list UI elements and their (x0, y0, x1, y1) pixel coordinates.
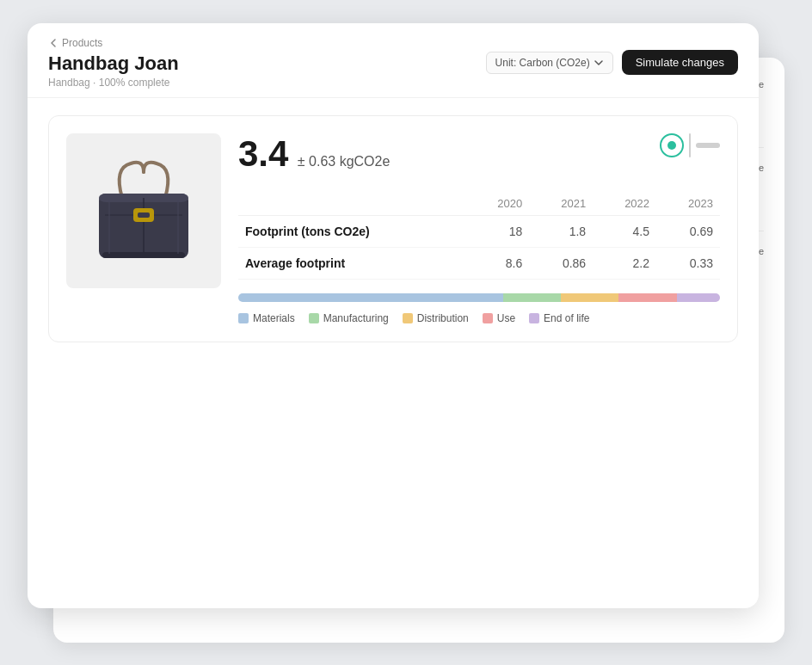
legend-dot-use (483, 313, 493, 323)
simulate-button[interactable]: Simulate changes (622, 50, 738, 75)
page-subtitle: Handbag · 100% complete (48, 77, 179, 89)
progress-bar (238, 293, 720, 302)
data-table: 2020 2021 2022 2023 Footprint (tons CO2e… (238, 192, 720, 280)
top-bar-actions: Unit: Carbon (CO2e) Simulate changes (486, 50, 738, 75)
legend-label-distribution: Distribution (417, 312, 469, 324)
front-card: Products Handbag Joan Handbag · 100% com… (28, 23, 759, 608)
legend-dot-end-of-life (529, 313, 539, 323)
chevron-down-icon (594, 58, 604, 68)
segment-end-of-life (677, 293, 720, 302)
avg-2021: 0.86 (529, 247, 593, 279)
score-header: 3.4 ± 0.63 kgCO2e (238, 133, 720, 175)
footprint-2020: 18 (465, 215, 529, 247)
footprint-2021: 1.8 (529, 215, 593, 247)
legend: Materials Manufacturing Distribution (238, 312, 720, 324)
unit-selector[interactable]: Unit: Carbon (CO2e) (486, 52, 613, 74)
handbag-illustration (75, 142, 212, 280)
segment-use (618, 293, 676, 302)
legend-dot-distribution (403, 313, 413, 323)
legend-label-use: Use (497, 312, 515, 324)
legend-item-materials: Materials (238, 312, 295, 324)
footprint-label: Footprint (tons CO2e) (238, 215, 465, 247)
legend-item-distribution: Distribution (403, 312, 469, 324)
avg-footprint-label: Average footprint (238, 247, 465, 279)
score-value: 3.4 (238, 133, 288, 174)
back-label: Products (62, 37, 102, 49)
legend-item-end-of-life: End of life (529, 312, 589, 324)
legend-label-materials: Materials (253, 312, 295, 324)
segment-materials (238, 293, 503, 302)
bar-icon (696, 143, 720, 148)
col-header-2021: 2021 (529, 192, 593, 216)
legend-dot-manufacturing (309, 313, 319, 323)
score-card: 3.4 ± 0.63 kgCO2e (48, 115, 738, 342)
table-row: Average footprint 8.6 0.86 2.2 0.33 (238, 247, 720, 279)
legend-label-manufacturing: Manufacturing (323, 312, 389, 324)
avg-2023: 0.33 (656, 247, 720, 279)
segment-manufacturing (503, 293, 561, 302)
product-image (66, 133, 221, 288)
legend-item-manufacturing: Manufacturing (309, 312, 389, 324)
col-header-2020: 2020 (465, 192, 529, 216)
svg-rect-5 (138, 212, 150, 218)
segment-distribution (561, 293, 618, 302)
target-icon (660, 133, 684, 157)
score-detail: ± 0.63 kgCO2e (298, 154, 391, 169)
footprint-2022: 4.5 (593, 215, 656, 247)
col-header-label (238, 192, 465, 216)
main-content: 3.4 ± 0.63 kgCO2e (28, 98, 759, 360)
breadcrumb-back[interactable]: Products (48, 37, 179, 49)
top-bar: Products Handbag Joan Handbag · 100% com… (28, 23, 759, 98)
avg-2020: 8.6 (465, 247, 529, 279)
page-container: Material 2.8 kgCO2e Weight ⓘ Carbonfact … (28, 23, 784, 643)
progress-section: Materials Manufacturing Distribution (238, 293, 720, 324)
target-inner (667, 141, 676, 150)
col-header-2023: 2023 (656, 192, 720, 216)
legend-label-end-of-life: End of life (544, 312, 589, 324)
back-arrow-icon (48, 38, 58, 48)
breadcrumb: Products Handbag Joan Handbag · 100% com… (48, 37, 179, 89)
unit-label: Unit: Carbon (CO2e) (495, 57, 590, 69)
icon-divider (689, 133, 691, 157)
svg-rect-6 (102, 252, 185, 258)
table-row: Footprint (tons CO2e) 18 1.8 4.5 0.69 (238, 215, 720, 247)
avg-2022: 2.2 (593, 247, 656, 279)
score-display: 3.4 ± 0.63 kgCO2e (238, 133, 390, 175)
table-header-row: 2020 2021 2022 2023 (238, 192, 720, 216)
legend-item-use: Use (483, 312, 515, 324)
score-icons (660, 133, 720, 157)
legend-dot-materials (238, 313, 249, 323)
page-title: Handbag Joan (48, 52, 179, 75)
col-header-2022: 2022 (593, 192, 656, 216)
score-content: 3.4 ± 0.63 kgCO2e (238, 133, 720, 324)
footprint-2023: 0.69 (656, 215, 720, 247)
